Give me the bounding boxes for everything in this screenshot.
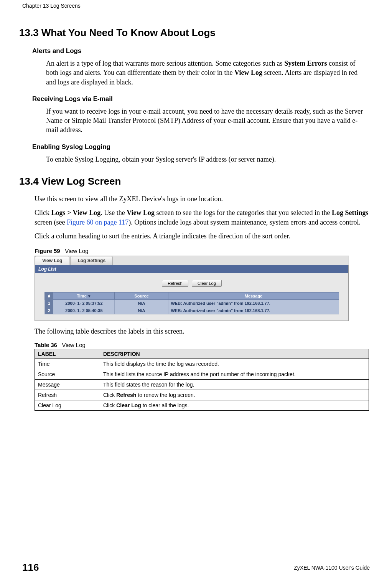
receiving-logs-heading: Receiving Logs via E-mail <box>32 95 369 103</box>
below-figure-text: The following table describes the labels… <box>35 327 369 336</box>
receiving-logs-body: If you want to receive logs in your e-ma… <box>46 107 369 135</box>
desc-header-row: LABEL DESCRIPTION <box>35 349 369 359</box>
row-time: 2000- 1- 2 05:40:35 <box>53 307 115 314</box>
enabling-syslog-heading: Enabling Syslog Logging <box>32 143 369 151</box>
section-13-4-p1: Use this screen to view all the ZyXEL De… <box>35 194 369 203</box>
figure-caption: Figure 59 View Log <box>35 248 369 254</box>
desc-row: Refresh Click Refresh to renew the log s… <box>35 390 369 400</box>
row-source: N/A <box>115 307 168 314</box>
col-source[interactable]: Source <box>115 292 168 300</box>
col-message[interactable]: Message <box>168 292 339 300</box>
desc-row: Clear Log Click Clear Log to clear all t… <box>35 400 369 410</box>
log-list-panel: Log List Refresh Clear Log # Time▼ Sourc… <box>35 265 349 321</box>
alerts-and-logs-body: An alert is a type of log that warrants … <box>46 59 369 87</box>
desc-row: Message This field states the reason for… <box>35 379 369 390</box>
page-content: 13.3 What You Need To Know About Logs Al… <box>35 27 369 411</box>
guide-name: ZyXEL NWA-1100 User's Guide <box>294 565 370 571</box>
button-row: Refresh Clear Log <box>35 273 348 292</box>
desc-row: Time This field displays the time the lo… <box>35 359 369 369</box>
col-time[interactable]: Time▼ <box>53 292 115 300</box>
row-num: 1 <box>45 300 53 307</box>
section-13-3-title: 13.3 What You Need To Know About Logs <box>19 27 369 39</box>
sort-desc-icon: ▼ <box>87 294 91 298</box>
description-table: LABEL DESCRIPTION Time This field displa… <box>35 349 369 411</box>
table-caption: Table 36 View Log <box>35 342 369 348</box>
page-header: Chapter 13 Log Screens <box>22 11 370 19</box>
figure-view-log: View Log Log Settings Log List Refresh C… <box>35 256 349 321</box>
chapter-title: Chapter 13 Log Screens <box>22 3 81 9</box>
row-message: WEB: Authorized user "admin" from 192.16… <box>168 300 339 307</box>
section-13-4-title: 13.4 View Log Screen <box>19 175 369 187</box>
enabling-syslog-body: To enable Syslog Logging, obtain your Sy… <box>46 155 369 164</box>
tab-log-settings[interactable]: Log Settings <box>70 256 113 265</box>
cross-ref-link[interactable]: Figure 60 on page 117 <box>67 218 128 226</box>
page-footer: 116 ZyXEL NWA-1100 User's Guide <box>22 559 370 573</box>
panel-heading: Log List <box>35 265 348 273</box>
section-13-4-p3: Click a column heading to sort the entri… <box>35 231 369 241</box>
refresh-button[interactable]: Refresh <box>162 280 188 287</box>
table-header-row: # Time▼ Source Message <box>45 292 339 300</box>
page-number: 116 <box>22 562 39 573</box>
col-number[interactable]: # <box>45 292 53 300</box>
row-num: 2 <box>45 307 53 314</box>
desc-col-label: LABEL <box>35 349 100 359</box>
desc-row: Source This field lists the source IP ad… <box>35 369 369 379</box>
table-row: 2 2000- 1- 2 05:40:35 N/A WEB: Authorize… <box>45 307 339 314</box>
alerts-and-logs-heading: Alerts and Logs <box>32 47 369 55</box>
section-13-4-p2: Click Logs > View Log. Use the View Log … <box>35 208 369 227</box>
clear-log-button[interactable]: Clear Log <box>192 280 222 287</box>
row-source: N/A <box>115 300 168 307</box>
tab-view-log[interactable]: View Log <box>35 256 69 265</box>
desc-col-description: DESCRIPTION <box>100 349 369 359</box>
row-message: WEB: Authorized user "admin" from 192.16… <box>168 307 339 314</box>
tab-bar: View Log Log Settings <box>35 256 349 265</box>
row-time: 2000- 1- 2 05:37:52 <box>53 300 115 307</box>
table-row: 1 2000- 1- 2 05:37:52 N/A WEB: Authorize… <box>45 300 339 307</box>
log-table: # Time▼ Source Message 1 2000- 1- 2 05:3… <box>44 292 339 314</box>
